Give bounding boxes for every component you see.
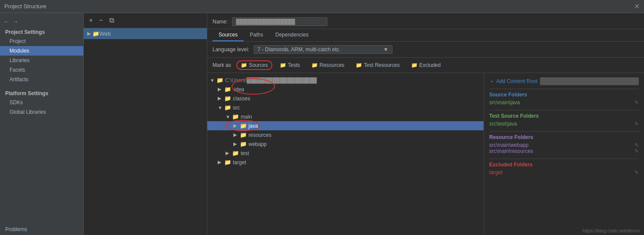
sidebar-item-sdks[interactable]: SDKs (0, 98, 83, 107)
language-level-select[interactable]: 7 - Diamonds, ARM, multi-catch etc. ▼ (254, 45, 392, 54)
project-settings-label: Project Settings (0, 26, 83, 36)
divider (489, 159, 639, 159)
tree-node-classes[interactable]: ▶ 📁 classes (207, 94, 484, 103)
name-label: Name: (212, 19, 228, 25)
plus-icon: ＋ (489, 78, 494, 85)
add-content-root-button[interactable]: ＋ Add Content Root (489, 78, 537, 85)
name-row: Name: ████████████████ (207, 13, 644, 29)
source-folder-path-0: src\main\java ✎ (489, 99, 639, 106)
test-resources-folder-icon: 📁 (356, 62, 362, 68)
sidebar: ← → Project Settings Project Modules Lib… (0, 13, 84, 235)
copy-module-button[interactable]: ⧉ (108, 16, 116, 25)
tests-btn-label: Tests (288, 62, 300, 68)
nav-arrows: ← → (0, 17, 83, 26)
folder-blue-icon: 📁 (240, 122, 247, 129)
tab-paths[interactable]: Paths (244, 29, 269, 41)
source-folders-section: Source Folders src\main\java ✎ (489, 92, 639, 106)
tree-node-target[interactable]: ▶ 📁 target (207, 158, 484, 167)
module-toolbar: + − ⧉ (84, 13, 207, 28)
expand-arrow: ▶ (218, 159, 223, 165)
mark-as-resources-button[interactable]: 📁 Resources (307, 61, 348, 70)
sidebar-item-project[interactable]: Project (0, 36, 83, 46)
resource-folder-path-0: src\main\webapp ✎ (489, 142, 639, 148)
add-content-root-label: Add Content Root (496, 78, 537, 84)
sidebar-item-facets[interactable]: Facets (0, 65, 83, 75)
test-source-folders-section: Test Source Folders src\test\java ✎ (489, 113, 639, 127)
test-resources-btn-label: Test Resources (364, 62, 400, 68)
edit-icon[interactable]: ✎ (634, 142, 639, 148)
tree-node-java[interactable]: ▶ 📁 java (207, 121, 484, 130)
module-item-web[interactable]: ▶ 📁 Web (84, 28, 207, 39)
folder-icon: 📁 (216, 77, 223, 83)
tree-node-webapp[interactable]: ▶ 📁 webapp (207, 139, 484, 149)
sidebar-item-global-libraries[interactable]: Global Libraries (0, 107, 83, 117)
mark-as-tests-button[interactable]: 📁 Tests (276, 61, 304, 70)
edit-icon[interactable]: ✎ (634, 169, 639, 175)
back-arrow[interactable]: ← (3, 18, 9, 25)
name-input[interactable]: ████████████████ (232, 17, 327, 26)
title-bar: Project Structure ✕ (0, 0, 644, 13)
edit-icon[interactable]: ✎ (634, 99, 639, 106)
platform-settings-label: Platform Settings (0, 88, 83, 98)
forward-arrow[interactable]: → (13, 18, 18, 25)
close-button[interactable]: ✕ (634, 2, 640, 10)
divider (489, 131, 639, 132)
test-source-folder-path-0: src\test\java ✎ (489, 121, 639, 127)
edit-icon[interactable]: ✎ (634, 148, 639, 154)
resources-btn-label: Resources (320, 62, 344, 68)
tree-node-src[interactable]: ▼ 📁 src (207, 103, 484, 112)
module-label: Web (99, 30, 111, 37)
resources-folder-icon: 📁 (311, 62, 318, 68)
mark-as-sources-button[interactable]: 📁 Sources (236, 60, 272, 70)
module-list: + − ⧉ ▶ 📁 Web (84, 13, 207, 235)
tabs-row: Sources Paths Dependencies (207, 29, 644, 42)
mark-as-test-resources-button[interactable]: 📁 Test Resources (352, 61, 404, 70)
node-label: target (233, 159, 246, 165)
sources-btn-label: Sources (249, 62, 268, 68)
tab-sources[interactable]: Sources (212, 29, 244, 41)
tree-node-resources[interactable]: ▶ 📁 resources (207, 130, 484, 139)
sources-folder-icon: 📁 (241, 62, 247, 68)
tree-node-idea[interactable]: ▶ 📁 .idea (207, 85, 484, 94)
chevron-down-icon: ▼ (383, 46, 389, 53)
mark-as-row: Mark as 📁 Sources 📁 Tests 📁 Resources 📁 … (207, 58, 644, 73)
tree-node-main[interactable]: ▼ 📁 main (207, 112, 484, 121)
resource-folder-path-1: src\main\resources ✎ (489, 148, 639, 154)
module-expand-arrow: ▶ (87, 31, 91, 36)
divider (489, 89, 639, 89)
folder-icon: 📁 (240, 141, 247, 147)
right-panel: Name: ████████████████ Sources Paths Dep… (207, 13, 644, 235)
tab-dependencies[interactable]: Dependencies (269, 29, 315, 41)
tree-node-cusers[interactable]: ▼ 📁 C:\Users\███████████████████ (207, 76, 484, 85)
folder-icon: 📁 (232, 113, 239, 120)
sidebar-item-libraries[interactable]: Libraries (0, 56, 83, 65)
mark-as-label: Mark as (212, 62, 231, 68)
folder-icon: 📁 (232, 150, 239, 156)
resource-folders-title: Resource Folders (489, 134, 639, 140)
expand-arrow: ▼ (210, 78, 215, 83)
add-module-button[interactable]: + (87, 16, 95, 25)
mark-as-excluded-button[interactable]: 📁 Excluded (407, 61, 445, 70)
excluded-folder-icon: 📁 (411, 62, 418, 68)
remove-module-button[interactable]: − (97, 16, 105, 25)
node-label: .idea (233, 86, 244, 93)
sidebar-item-modules[interactable]: Modules (0, 46, 83, 56)
sidebar-item-artifacts[interactable]: Artifacts (0, 75, 83, 84)
expand-arrow: ▶ (233, 123, 239, 129)
folder-icon: 📁 (240, 132, 247, 138)
edit-icon[interactable]: ✎ (634, 121, 639, 127)
source-folders-title: Source Folders (489, 92, 639, 98)
file-tree: ▼ 📁 C:\Users\███████████████████ ▶ 📁 .id… (207, 73, 484, 235)
info-panel: ＋ Add Content Root Source Folders src\ma… (484, 73, 644, 235)
title-bar-title: Project Structure (4, 3, 46, 10)
node-label: resources (248, 132, 271, 138)
folder-icon: 📁 (224, 104, 231, 111)
folder-icon: 📁 (224, 159, 231, 165)
add-content-root-row: ＋ Add Content Root (489, 77, 639, 85)
test-source-folders-title: Test Source Folders (489, 113, 639, 119)
language-level-value: 7 - Diamonds, ARM, multi-catch etc. (258, 46, 340, 53)
excluded-folders-title: Excluded Folders (489, 162, 639, 168)
tree-node-test[interactable]: ▶ 📁 test (207, 149, 484, 158)
excluded-folders-section: Excluded Folders target ✎ (489, 162, 639, 175)
sidebar-item-problems[interactable]: Problems (0, 224, 84, 235)
